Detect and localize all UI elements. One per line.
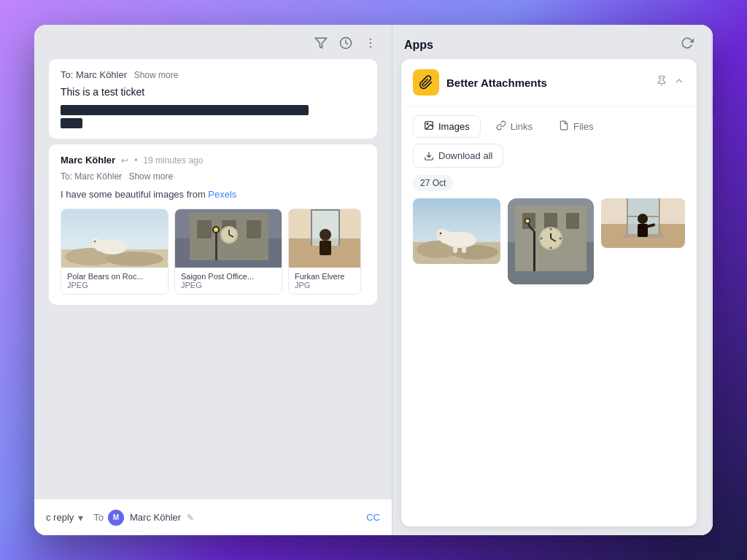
images-tab-icon: [424, 120, 434, 133]
tab-images[interactable]: Images: [413, 115, 481, 138]
svg-point-4: [370, 46, 371, 47]
tab-files[interactable]: Files: [548, 115, 604, 138]
history-icon[interactable]: [339, 36, 352, 53]
main-window: To: Marc Köhler Show more This is a test…: [34, 25, 713, 535]
links-tab-icon: [496, 120, 506, 133]
svg-point-26: [214, 228, 218, 232]
compose-reply-section: c reply ▾ To M Marc Köhler ✎: [46, 510, 366, 526]
left-panel: To: Marc Köhler Show more This is a test…: [34, 25, 392, 535]
compose-bar: c reply ▾ To M Marc Köhler ✎ CC: [34, 499, 392, 535]
svg-point-13: [94, 241, 96, 242]
svg-rect-32: [338, 209, 340, 246]
thumbnail-polar-bear[interactable]: Polar Bears on Roc... JPEG: [61, 209, 169, 295]
second-email-to-line: To: Marc Köhler Show more: [61, 171, 365, 182]
panel-controls: [656, 75, 685, 90]
saigon-image: [175, 209, 282, 268]
files-tab-icon: [559, 120, 569, 133]
svg-rect-19: [247, 220, 261, 238]
right-icon-strip: +: [711, 25, 713, 535]
filter-icon[interactable]: [314, 36, 328, 53]
links-tab-label: Links: [511, 121, 533, 132]
svg-point-2: [370, 39, 371, 40]
attachments-panel: Better Attachments: [401, 59, 697, 526]
reply-type[interactable]: c reply: [46, 512, 74, 523]
thumbnail-furkan[interactable]: Furkan Elvere JPG: [288, 209, 361, 295]
message-header: Marc Köhler ↩ • 19 minutes ago: [61, 155, 365, 166]
cc-button[interactable]: CC: [366, 512, 380, 523]
svg-point-37: [427, 123, 428, 125]
svg-rect-48: [453, 246, 457, 253]
svg-point-33: [320, 229, 331, 241]
download-all-label: Download all: [438, 150, 492, 161]
thumb-name-furkan: Furkan Elvere: [295, 272, 355, 281]
email-subject: This is a test ticket: [61, 86, 365, 98]
svg-rect-75: [638, 224, 648, 237]
thumb-name-polar: Polar Bears on Roc...: [67, 272, 162, 281]
panel-header: Better Attachments: [401, 59, 697, 106]
svg-rect-31: [311, 209, 312, 246]
pexels-link[interactable]: Pexels: [208, 189, 236, 200]
svg-rect-34: [320, 241, 331, 255]
message-text: I have some beautiful images from: [61, 189, 208, 200]
reply-icon: ↩: [121, 155, 128, 166]
better-attachments-icon: [413, 69, 439, 96]
svg-point-74: [638, 214, 648, 224]
attachment-polar-bear[interactable]: [413, 198, 500, 264]
sender-name: Marc Köhler: [61, 155, 115, 166]
collapse-icon[interactable]: [673, 75, 685, 90]
svg-point-61: [560, 238, 562, 240]
recipient-avatar: M: [108, 510, 124, 526]
thumb-type-saigon: JPEG: [181, 281, 276, 289]
apps-title: Apps: [404, 39, 433, 52]
left-toolbar: [34, 25, 392, 59]
panel-title-group: Better Attachments: [413, 69, 547, 96]
message-section: Marc Köhler ↩ • 19 minutes ago To: Marc …: [49, 144, 377, 305]
svg-rect-55: [566, 213, 579, 229]
to-label: To:: [61, 69, 73, 80]
redacted-text-short: [61, 118, 82, 128]
svg-point-3: [370, 42, 371, 44]
attachment-furkan[interactable]: [601, 198, 685, 248]
svg-point-58: [550, 228, 552, 230]
svg-rect-17: [197, 220, 212, 238]
grid-icon[interactable]: [712, 95, 713, 118]
first-email-section: To: Marc Köhler Show more This is a test…: [49, 59, 377, 139]
thumb-type-polar: JPEG: [67, 281, 162, 289]
svg-point-66: [526, 219, 530, 223]
sidebar-content: Apps: [392, 25, 713, 535]
download-all-button[interactable]: Download all: [413, 144, 503, 168]
chevron-down-icon[interactable]: ▾: [78, 512, 83, 524]
apps-content: Apps: [392, 25, 711, 535]
right-sidebar: Apps: [392, 25, 713, 535]
panel-title: Better Attachments: [446, 77, 547, 89]
apps-title-bar: Apps: [392, 25, 705, 59]
svg-rect-49: [462, 246, 466, 253]
attachment-image-grid: [401, 198, 697, 284]
attachment-saigon[interactable]: [508, 198, 594, 284]
edit-recipient-icon[interactable]: ✎: [187, 513, 194, 523]
more-menu-icon[interactable]: [364, 36, 377, 53]
recipient-name: Marc Köhler: [130, 512, 181, 523]
tab-links[interactable]: Links: [485, 115, 543, 138]
message-time: 19 minutes ago: [143, 155, 203, 166]
svg-rect-54: [544, 213, 557, 229]
date-label: 27 Oct: [413, 175, 453, 191]
first-email-show-more[interactable]: Show more: [134, 70, 179, 80]
dot-separator: •: [134, 155, 137, 166]
polar-bear-image: [61, 209, 169, 268]
thumb-label-polar: Polar Bears on Roc... JPEG: [61, 268, 168, 294]
to-label-2: To:: [61, 171, 72, 182]
second-email-show-more[interactable]: Show more: [128, 171, 173, 182]
first-email-recipient: Marc Köhler: [76, 69, 127, 80]
svg-point-59: [550, 247, 552, 249]
svg-marker-0: [316, 38, 327, 48]
thumbnail-saigon[interactable]: Saigon Post Office... JPEG: [174, 209, 282, 295]
panel-tabs: Images Links: [401, 106, 697, 144]
images-tab-label: Images: [438, 121, 470, 132]
left-content: To: Marc Köhler Show more This is a test…: [34, 59, 392, 535]
svg-rect-30: [311, 209, 340, 211]
pin-icon[interactable]: [656, 75, 667, 90]
files-tab-label: Files: [573, 121, 593, 132]
refresh-icon[interactable]: [681, 36, 694, 53]
compose-to-label: To: [93, 512, 104, 523]
